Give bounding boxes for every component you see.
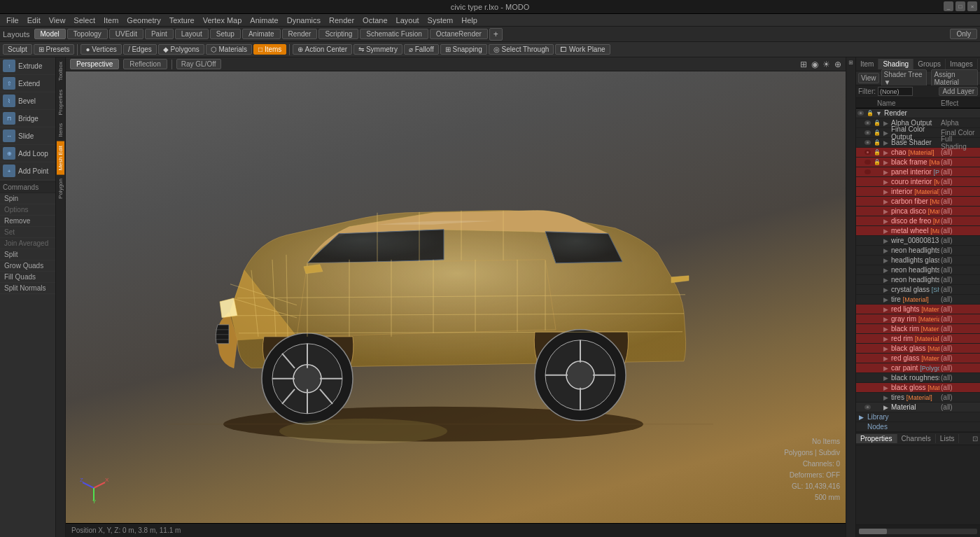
tab-groups[interactable]: Groups <box>913 59 946 69</box>
shader-row-black-frame[interactable]: 🔒 ▶ black frame [Material] (all) <box>856 158 980 167</box>
menu-view[interactable]: View <box>46 16 69 25</box>
tool-slide[interactable]: ↔ Slide <box>0 127 55 145</box>
tab-octane[interactable]: OctaneRender <box>430 29 488 39</box>
vp-icon-settings[interactable]: ⊕ <box>834 60 841 69</box>
shader-row-tire[interactable]: ▶ tire [Material] (all) <box>856 295 980 305</box>
cmd-split[interactable]: Split <box>0 249 55 260</box>
vtab-mesh-edit[interactable]: Mesh Edit <box>57 141 64 175</box>
tool-bevel[interactable]: ⌇ Bevel <box>0 92 55 110</box>
menu-system[interactable]: System <box>424 16 457 25</box>
tool-extrude[interactable]: ↑ Extrude <box>0 57 55 75</box>
cmd-fill-quads[interactable]: Fill Quads <box>0 272 55 283</box>
shader-row-crystal-glass[interactable]: ▶ crystal glass [Shinemat] (all) <box>856 285 980 295</box>
tool-add-point[interactable]: + Add Point <box>0 162 55 180</box>
shader-row-black-glass[interactable]: ▶ black glass [Material] (all) <box>856 344 980 354</box>
vp-tab-reflection[interactable]: Reflection <box>123 59 167 69</box>
vp-tab-perspective[interactable]: Perspective <box>70 59 119 69</box>
assign-material-button[interactable]: Assign Material <box>931 69 978 88</box>
tool-bridge[interactable]: ⊓ Bridge <box>0 110 55 127</box>
shader-row-base-shader[interactable]: 🔒 ▶ Base Shader Full Shading <box>856 138 980 148</box>
menu-texture[interactable]: Texture <box>166 16 198 25</box>
shader-row-couro-interior[interactable]: ▶ couro interior [Material] (all) <box>856 177 980 187</box>
materials-button[interactable]: ⬡ Materials <box>206 44 252 55</box>
shader-row-red-lights[interactable]: ▶ red lights [Material] (all) <box>856 305 980 314</box>
props-tab-properties[interactable]: Properties <box>856 434 897 443</box>
menu-help[interactable]: Help <box>458 16 481 25</box>
props-expand-icon[interactable]: ⊡ <box>970 435 980 442</box>
shader-tree-dropdown[interactable]: Shader Tree ▼ <box>881 69 927 88</box>
shader-row-pinca-disco[interactable]: ▶ pinca disco [Material] (all) <box>856 207 980 216</box>
items-button[interactable]: □ Items <box>253 44 286 55</box>
work-plane-button[interactable]: ⧠ Work Plane <box>555 44 610 55</box>
shader-row-disco-freo[interactable]: ▶ disco de freo [Material] (all) <box>856 216 980 226</box>
vertices-button[interactable]: ● Vertices <box>80 44 121 55</box>
view-dropdown[interactable]: View <box>858 73 879 83</box>
props-tab-lists[interactable]: Lists <box>936 434 960 443</box>
shader-row-render[interactable]: 🔒 ▼ Render <box>856 109 980 118</box>
cmd-grow-quads[interactable]: Grow Quads <box>0 260 55 272</box>
tab-layout[interactable]: Layout <box>175 29 209 39</box>
sculpt-button[interactable]: Sculpt <box>3 44 32 55</box>
action-center-button[interactable]: ⊕ Action Center <box>293 44 352 55</box>
props-scrollbar[interactable] <box>859 529 977 534</box>
menu-select[interactable]: Select <box>70 16 99 25</box>
vtab-items[interactable]: Items <box>57 119 64 141</box>
falloff-button[interactable]: ⌀ Falloff <box>404 44 439 55</box>
shader-row-neon-3[interactable]: ▶ neon headlights 3 [Material] (all) <box>856 246 980 256</box>
tab-setup[interactable]: Setup <box>210 29 241 39</box>
shader-row-tires[interactable]: ▶ tires [Material] (all) <box>856 393 980 403</box>
vtab-right-1[interactable]: ⊞ <box>847 57 855 68</box>
add-layout-button[interactable]: + <box>489 28 503 41</box>
edges-button[interactable]: / Edges <box>123 44 157 55</box>
cmd-remove[interactable]: Remove <box>0 216 55 227</box>
shader-row-neon-1[interactable]: ▶ neon headlights 1 [Material] (all) <box>856 275 980 285</box>
tab-schematic[interactable]: Schematic Fusion <box>360 29 428 39</box>
tab-images[interactable]: Images <box>946 59 978 69</box>
cmd-spin[interactable]: Spin <box>0 193 55 204</box>
vp-icon-target[interactable]: ◉ <box>811 60 818 69</box>
select-through-button[interactable]: ◎ Select Through <box>489 44 554 55</box>
tab-item[interactable]: Item <box>856 59 878 69</box>
menu-geometry[interactable]: Geometry <box>123 16 164 25</box>
only-button[interactable]: Only <box>950 29 977 39</box>
shader-row-material-group[interactable]: ▶ Material (all) <box>856 403 980 412</box>
vp-icon-grid[interactable]: ⊞ <box>800 60 807 69</box>
snapping-button[interactable]: ⊞ Snapping <box>440 44 487 55</box>
shader-row-red-rim[interactable]: ▶ red rim [Material] (all) <box>856 334 980 344</box>
vtab-toolbox[interactable]: Toolbox <box>57 57 64 85</box>
shader-row-black-rim[interactable]: ▶ black rim [Material] (all) <box>856 324 980 334</box>
tab-scripting[interactable]: Scripting <box>318 29 358 39</box>
tab-model[interactable]: Model <box>34 29 66 39</box>
render-mode-button[interactable]: Ray GL/Off <box>176 59 221 69</box>
shader-row-nodes[interactable]: Nodes <box>856 422 980 432</box>
tab-paint[interactable]: Paint <box>145 29 174 39</box>
minimize-button[interactable]: _ <box>944 1 953 11</box>
menu-layout[interactable]: Layout <box>393 16 423 25</box>
tab-topology[interactable]: Topology <box>67 29 108 39</box>
vtab-properties[interactable]: Properties <box>57 85 64 119</box>
menu-animate[interactable]: Animate <box>246 16 281 25</box>
tab-shading[interactable]: Shading <box>878 59 913 69</box>
tool-extend[interactable]: ⇧ Extend <box>0 75 55 92</box>
shader-row-carbon-fiber[interactable]: ▶ carbon fiber [Material] (all) <box>856 197 980 207</box>
shader-row-chao[interactable]: 🔒 ▶ chao [Material] (all) <box>856 148 980 158</box>
cmd-split-normals[interactable]: Split Normals <box>0 283 55 294</box>
tool-add-loop[interactable]: ⊕ Add Loop <box>0 145 55 162</box>
shader-row-panel-interior[interactable]: ▶ panel interior [Polygon] (all) <box>856 167 980 177</box>
close-button[interactable]: × <box>967 1 977 11</box>
presets-button[interactable]: ⊞ Presets <box>34 44 75 55</box>
add-layer-button[interactable]: Add Layer <box>939 87 978 96</box>
menu-file[interactable]: File <box>3 16 22 25</box>
tab-uvedit[interactable]: UVEdit <box>109 29 144 39</box>
shader-row-black-gloss[interactable]: ▶ black gloss [Material] (all) <box>856 383 980 393</box>
polygons-button[interactable]: ◆ Polygons <box>158 44 204 55</box>
shader-row-red-glass[interactable]: ▶ red glass [Material] (all) <box>856 354 980 363</box>
props-tab-channels[interactable]: Channels <box>897 434 936 443</box>
shader-row-gray-rim[interactable]: ▶ gray rim [Material] (all) <box>856 314 980 324</box>
tab-render[interactable]: Render <box>282 29 318 39</box>
menu-octane[interactable]: Octane <box>359 16 391 25</box>
menu-item[interactable]: Item <box>100 16 122 25</box>
vtab-polygon[interactable]: Polygon <box>57 174 64 203</box>
vp-icon-light[interactable]: ☀ <box>822 60 830 69</box>
tab-animate[interactable]: Animate <box>242 29 281 39</box>
